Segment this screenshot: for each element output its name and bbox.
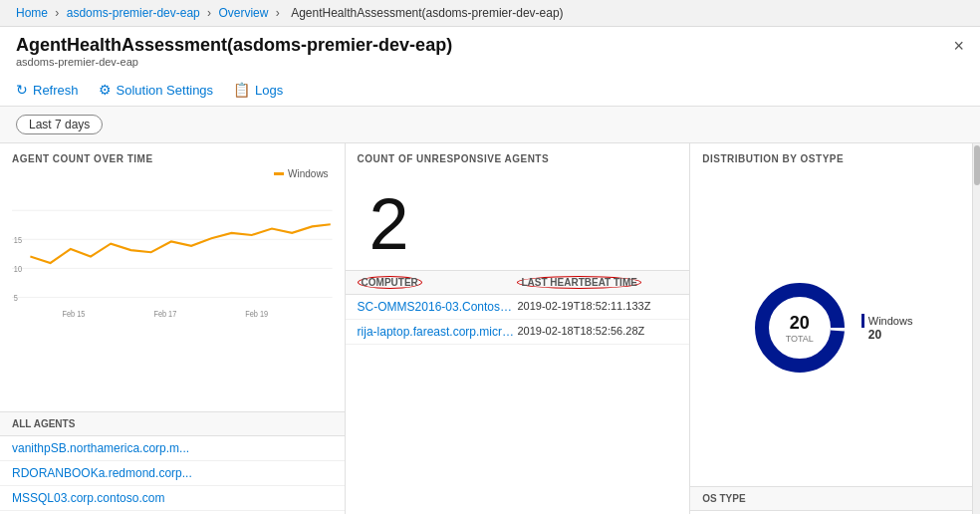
unresponsive-count: 2 <box>346 168 690 270</box>
settings-icon: ⚙ <box>99 82 112 98</box>
svg-text:15: 15 <box>14 235 23 245</box>
computer-col-highlight: COMPUTER <box>358 276 422 289</box>
legend-dot <box>274 172 284 175</box>
chart-area: Windows 5 10 15 Feb 15 Feb 17 Feb 19 <box>0 168 345 411</box>
computer-col-header: COMPUTER <box>358 277 518 288</box>
legend-item-value: 20 <box>868 328 913 342</box>
breadcrumb: Home › asdoms-premier-dev-eap › Overview… <box>0 0 980 27</box>
donut-chart: 20 TOTAL <box>750 278 850 378</box>
unresponsive-title: COUNT OF UNRESPONSIVE AGENTS <box>346 143 690 168</box>
unresponsive-table-header: COMPUTER LAST HEARTBEAT TIME <box>346 270 690 295</box>
chart-legend: Windows <box>12 168 333 179</box>
filter-bar: Last 7 days <box>0 107 980 143</box>
main-content: AGENT COUNT OVER TIME Windows 5 10 15 Fe… <box>0 143 980 514</box>
breadcrumb-current: AgentHealthAssessment(asdoms-premier-dev… <box>291 6 563 20</box>
breadcrumb-overview[interactable]: Overview <box>218 6 268 20</box>
computer-cell: rija-laptop.fareast.corp.microsso... <box>358 325 518 339</box>
svg-text:10: 10 <box>14 264 23 274</box>
solution-settings-label: Solution Settings <box>117 83 214 98</box>
page-title: AgentHealthAssessment(asdoms-premier-dev… <box>16 35 964 56</box>
distribution-title: DISTRIBUTION BY OSTYPE <box>690 143 972 168</box>
logs-icon: 📋 <box>233 82 250 98</box>
agent-row[interactable]: vanithpSB.northamerica.corp.m... <box>0 436 345 461</box>
legend-label: Windows <box>288 168 329 179</box>
breadcrumb-home[interactable]: Home <box>16 6 48 20</box>
header: × AgentHealthAssessment(asdoms-premier-d… <box>0 27 980 107</box>
unresponsive-panel: COUNT OF UNRESPONSIVE AGENTS 2 COMPUTER … <box>346 143 691 514</box>
logs-button[interactable]: 📋 Logs <box>233 80 283 100</box>
agent-count-panel: AGENT COUNT OVER TIME Windows 5 10 15 Fe… <box>0 143 346 514</box>
svg-text:5: 5 <box>14 293 19 303</box>
agent-table: ALL AGENTS vanithpSB.northamerica.corp.m… <box>0 411 345 514</box>
svg-text:Feb 19: Feb 19 <box>245 309 268 319</box>
computer-cell: SC-OMMS2016-03.Contoso.Lo... <box>358 300 518 314</box>
refresh-icon: ↻ <box>16 82 28 98</box>
donut-label: 20 TOTAL <box>786 312 814 343</box>
donut-area: 20 TOTAL Windows 20 <box>690 168 972 486</box>
agent-row[interactable]: MSSQL03.corp.contoso.com <box>0 486 345 511</box>
svg-text:Feb 15: Feb 15 <box>63 309 86 319</box>
header-subtitle: asdoms-premier-dev-eap <box>16 56 964 68</box>
close-button[interactable]: × <box>953 37 964 55</box>
donut-total-label: TOTAL <box>786 333 814 343</box>
heartbeat-cell: 2019-02-19T18:52:11.133Z <box>517 300 677 314</box>
date-filter-pill[interactable]: Last 7 days <box>16 115 103 134</box>
scroll-thumb[interactable] <box>974 145 980 185</box>
refresh-button[interactable]: ↻ Refresh <box>16 80 79 100</box>
refresh-label: Refresh <box>33 83 79 98</box>
legend-item-windows: Windows <box>861 314 913 328</box>
agent-row[interactable]: RDORANBOOKa.redmond.corp... <box>0 461 345 486</box>
scrollbar[interactable] <box>972 143 980 514</box>
svg-text:Feb 17: Feb 17 <box>153 309 176 319</box>
breadcrumb-workspace[interactable]: asdoms-premier-dev-eap <box>67 6 200 20</box>
all-agents-header: ALL AGENTS <box>0 412 345 436</box>
solution-settings-button[interactable]: ⚙ Solution Settings <box>99 80 214 100</box>
unresponsive-row[interactable]: SC-OMMS2016-03.Contoso.Lo... 2019-02-19T… <box>346 295 690 320</box>
legend-item-label: Windows <box>868 315 913 327</box>
toolbar: ↻ Refresh ⚙ Solution Settings 📋 Logs <box>16 74 964 106</box>
distribution-panel: DISTRIBUTION BY OSTYPE 20 TOTAL Windows <box>690 143 972 514</box>
heartbeat-cell: 2019-02-18T18:52:56.28Z <box>517 325 677 339</box>
donut-number: 20 <box>786 312 814 333</box>
line-chart: 5 10 15 Feb 15 Feb 17 Feb 19 <box>12 179 333 319</box>
unresponsive-row[interactable]: rija-laptop.fareast.corp.microsso... 201… <box>346 320 690 345</box>
heartbeat-col-highlight: LAST HEARTBEAT TIME <box>517 276 640 289</box>
logs-label: Logs <box>255 83 283 98</box>
donut-legend: Windows 20 <box>861 314 913 342</box>
os-type-header: OS TYPE <box>690 486 972 511</box>
legend-bar <box>861 314 864 328</box>
agent-count-title: AGENT COUNT OVER TIME <box>0 143 345 168</box>
heartbeat-col-header: LAST HEARTBEAT TIME <box>517 277 677 288</box>
